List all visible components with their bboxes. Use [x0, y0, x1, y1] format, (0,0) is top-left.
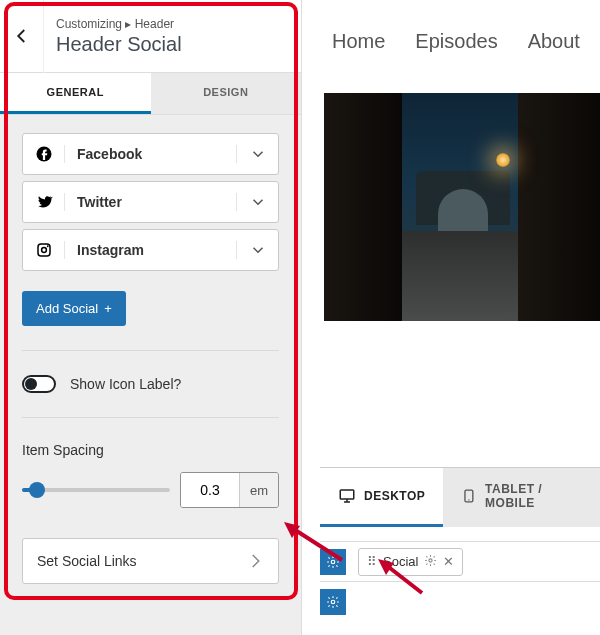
chevron-down-icon: [249, 145, 267, 163]
tab-general[interactable]: GENERAL: [0, 73, 151, 114]
svg-rect-4: [340, 490, 354, 499]
toggle-knob: [25, 378, 37, 390]
svg-point-6: [469, 499, 470, 500]
row-settings-button[interactable]: [320, 589, 346, 615]
social-label: Instagram: [65, 242, 236, 258]
set-social-links-label: Set Social Links: [37, 553, 137, 569]
builder-row-top[interactable]: ⠿ Social ✕: [320, 541, 600, 581]
show-icon-label-row: Show Icon Label?: [22, 375, 279, 393]
tablet-icon: [461, 487, 477, 505]
nav-episodes[interactable]: Episodes: [415, 30, 497, 53]
device-tab-tablet-label: TABLET / MOBILE: [485, 482, 582, 510]
item-spacing-input[interactable]: [181, 473, 239, 507]
show-icon-label-text: Show Icon Label?: [70, 376, 181, 392]
social-row-twitter[interactable]: Twitter: [22, 181, 279, 223]
panel-body: Facebook Twitter Instagram Add Social + …: [0, 115, 301, 602]
site-nav: Home Episodes About C: [302, 0, 600, 83]
chevron-down-icon: [249, 241, 267, 259]
device-tabs: DESKTOP TABLET / MOBILE: [320, 468, 600, 527]
builder-item-label: Social: [383, 554, 418, 569]
twitter-icon: [23, 193, 65, 211]
hero-image: [324, 93, 600, 321]
add-social-label: Add Social: [36, 301, 98, 316]
social-row-instagram[interactable]: Instagram: [22, 229, 279, 271]
customizer-panel: Customizing ▸ Header Header Social GENER…: [0, 0, 302, 635]
builder-body: ⠿ Social ✕: [320, 527, 600, 621]
hero-road: [402, 231, 518, 321]
slider-thumb[interactable]: [29, 482, 45, 498]
item-spacing-number: em: [180, 472, 279, 508]
drag-handle-icon[interactable]: ⠿: [367, 554, 377, 569]
gear-icon: [326, 555, 340, 569]
gear-icon: [326, 595, 340, 609]
expand-button[interactable]: [236, 241, 278, 259]
header-text: Customizing ▸ Header Header Social: [44, 7, 194, 66]
gear-icon[interactable]: [424, 554, 437, 570]
expand-button[interactable]: [236, 145, 278, 163]
svg-point-2: [41, 248, 46, 253]
back-button[interactable]: [0, 0, 44, 73]
item-spacing-control: em: [22, 472, 279, 508]
hero-building-right: [518, 93, 600, 321]
item-spacing-label: Item Spacing: [22, 442, 279, 458]
svg-point-3: [46, 245, 48, 247]
hero-building-left: [324, 93, 402, 321]
item-spacing-unit[interactable]: em: [239, 473, 278, 507]
breadcrumb: Customizing ▸ Header: [56, 17, 182, 31]
social-label: Twitter: [65, 194, 236, 210]
nav-about[interactable]: About: [528, 30, 580, 53]
page-title: Header Social: [56, 33, 182, 56]
svg-point-8: [429, 558, 432, 561]
facebook-icon: [23, 145, 65, 163]
chevron-down-icon: [249, 193, 267, 211]
add-social-button[interactable]: Add Social +: [22, 291, 126, 326]
device-tab-desktop[interactable]: DESKTOP: [320, 468, 443, 527]
chevron-left-icon: [13, 27, 31, 45]
close-icon[interactable]: ✕: [443, 554, 454, 569]
item-spacing-slider[interactable]: [22, 488, 170, 492]
panel-header: Customizing ▸ Header Header Social: [0, 0, 301, 73]
svg-point-7: [331, 560, 335, 564]
device-tab-desktop-label: DESKTOP: [364, 489, 425, 503]
divider: [22, 417, 279, 418]
header-builder: DESKTOP TABLET / MOBILE ⠿ Social ✕: [320, 467, 600, 621]
show-icon-label-toggle[interactable]: [22, 375, 56, 393]
social-row-facebook[interactable]: Facebook: [22, 133, 279, 175]
builder-row-mid[interactable]: [320, 581, 600, 621]
nav-home[interactable]: Home: [332, 30, 385, 53]
social-label: Facebook: [65, 146, 236, 162]
builder-item-social[interactable]: ⠿ Social ✕: [358, 548, 463, 576]
instagram-icon: [23, 241, 65, 259]
svg-point-9: [331, 600, 335, 604]
set-social-links-button[interactable]: Set Social Links: [22, 538, 279, 584]
hero-lamp: [496, 153, 510, 167]
row-settings-button[interactable]: [320, 549, 346, 575]
expand-button[interactable]: [236, 193, 278, 211]
divider: [22, 350, 279, 351]
hero-arch: [416, 171, 510, 225]
desktop-icon: [338, 487, 356, 505]
plus-icon: +: [104, 301, 112, 316]
chevron-right-icon: [246, 552, 264, 570]
panel-tabs: GENERAL DESIGN: [0, 73, 301, 115]
tab-design[interactable]: DESIGN: [151, 73, 302, 114]
device-tab-tablet[interactable]: TABLET / MOBILE: [443, 468, 600, 527]
